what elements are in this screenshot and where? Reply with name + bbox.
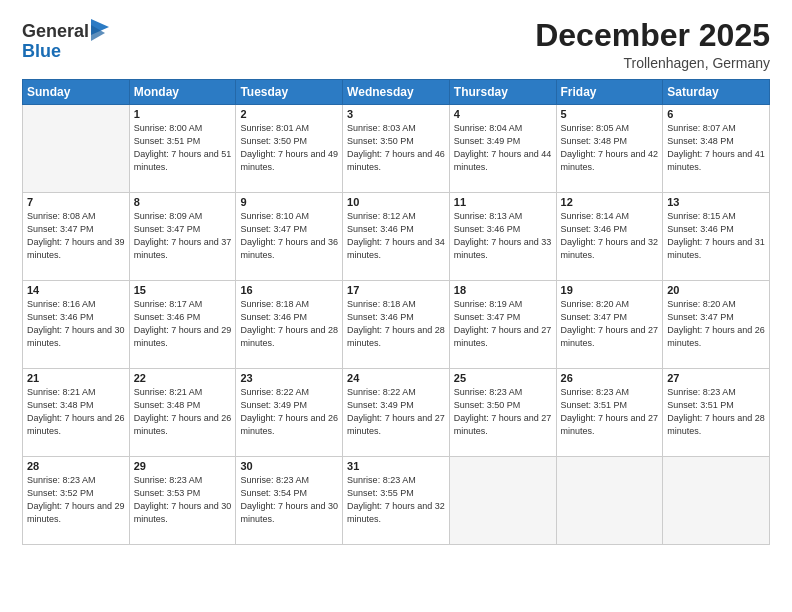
- calendar: SundayMondayTuesdayWednesdayThursdayFrid…: [22, 79, 770, 545]
- location: Trollenhagen, Germany: [535, 55, 770, 71]
- day-number: 2: [240, 108, 338, 120]
- calendar-cell: 23Sunrise: 8:22 AMSunset: 3:49 PMDayligh…: [236, 369, 343, 457]
- day-number: 5: [561, 108, 659, 120]
- logo-icon: [91, 19, 109, 41]
- calendar-cell: 21Sunrise: 8:21 AMSunset: 3:48 PMDayligh…: [23, 369, 130, 457]
- logo: General Blue: [22, 22, 109, 62]
- day-number: 23: [240, 372, 338, 384]
- calendar-cell: 30Sunrise: 8:23 AMSunset: 3:54 PMDayligh…: [236, 457, 343, 545]
- calendar-cell: 31Sunrise: 8:23 AMSunset: 3:55 PMDayligh…: [343, 457, 450, 545]
- week-row-4: 28Sunrise: 8:23 AMSunset: 3:52 PMDayligh…: [23, 457, 770, 545]
- day-number: 11: [454, 196, 552, 208]
- day-number: 29: [134, 460, 232, 472]
- day-number: 3: [347, 108, 445, 120]
- day-info: Sunrise: 8:19 AMSunset: 3:47 PMDaylight:…: [454, 298, 552, 350]
- day-number: 4: [454, 108, 552, 120]
- day-number: 9: [240, 196, 338, 208]
- day-info: Sunrise: 8:18 AMSunset: 3:46 PMDaylight:…: [347, 298, 445, 350]
- day-info: Sunrise: 8:00 AMSunset: 3:51 PMDaylight:…: [134, 122, 232, 174]
- calendar-cell: 9Sunrise: 8:10 AMSunset: 3:47 PMDaylight…: [236, 193, 343, 281]
- calendar-cell: 25Sunrise: 8:23 AMSunset: 3:50 PMDayligh…: [449, 369, 556, 457]
- day-number: 30: [240, 460, 338, 472]
- day-number: 6: [667, 108, 765, 120]
- calendar-cell: 17Sunrise: 8:18 AMSunset: 3:46 PMDayligh…: [343, 281, 450, 369]
- day-number: 13: [667, 196, 765, 208]
- day-info: Sunrise: 8:13 AMSunset: 3:46 PMDaylight:…: [454, 210, 552, 262]
- day-info: Sunrise: 8:21 AMSunset: 3:48 PMDaylight:…: [134, 386, 232, 438]
- day-number: 18: [454, 284, 552, 296]
- day-info: Sunrise: 8:23 AMSunset: 3:51 PMDaylight:…: [667, 386, 765, 438]
- day-number: 7: [27, 196, 125, 208]
- calendar-header-row: SundayMondayTuesdayWednesdayThursdayFrid…: [23, 80, 770, 105]
- day-number: 16: [240, 284, 338, 296]
- day-info: Sunrise: 8:07 AMSunset: 3:48 PMDaylight:…: [667, 122, 765, 174]
- day-info: Sunrise: 8:17 AMSunset: 3:46 PMDaylight:…: [134, 298, 232, 350]
- calendar-cell: 7Sunrise: 8:08 AMSunset: 3:47 PMDaylight…: [23, 193, 130, 281]
- day-info: Sunrise: 8:04 AMSunset: 3:49 PMDaylight:…: [454, 122, 552, 174]
- calendar-cell: 11Sunrise: 8:13 AMSunset: 3:46 PMDayligh…: [449, 193, 556, 281]
- logo-blue: Blue: [22, 41, 61, 61]
- calendar-header-sunday: Sunday: [23, 80, 130, 105]
- header: General Blue December 2025 Trollenhagen,…: [22, 18, 770, 71]
- day-info: Sunrise: 8:03 AMSunset: 3:50 PMDaylight:…: [347, 122, 445, 174]
- day-number: 20: [667, 284, 765, 296]
- day-info: Sunrise: 8:09 AMSunset: 3:47 PMDaylight:…: [134, 210, 232, 262]
- day-info: Sunrise: 8:14 AMSunset: 3:46 PMDaylight:…: [561, 210, 659, 262]
- calendar-cell: 18Sunrise: 8:19 AMSunset: 3:47 PMDayligh…: [449, 281, 556, 369]
- day-number: 1: [134, 108, 232, 120]
- day-number: 10: [347, 196, 445, 208]
- day-number: 12: [561, 196, 659, 208]
- week-row-2: 14Sunrise: 8:16 AMSunset: 3:46 PMDayligh…: [23, 281, 770, 369]
- day-info: Sunrise: 8:23 AMSunset: 3:55 PMDaylight:…: [347, 474, 445, 526]
- day-info: Sunrise: 8:23 AMSunset: 3:52 PMDaylight:…: [27, 474, 125, 526]
- day-number: 27: [667, 372, 765, 384]
- calendar-cell: 2Sunrise: 8:01 AMSunset: 3:50 PMDaylight…: [236, 105, 343, 193]
- day-info: Sunrise: 8:05 AMSunset: 3:48 PMDaylight:…: [561, 122, 659, 174]
- calendar-cell: 29Sunrise: 8:23 AMSunset: 3:53 PMDayligh…: [129, 457, 236, 545]
- day-number: 24: [347, 372, 445, 384]
- day-info: Sunrise: 8:23 AMSunset: 3:50 PMDaylight:…: [454, 386, 552, 438]
- calendar-cell: 12Sunrise: 8:14 AMSunset: 3:46 PMDayligh…: [556, 193, 663, 281]
- calendar-cell: 26Sunrise: 8:23 AMSunset: 3:51 PMDayligh…: [556, 369, 663, 457]
- day-info: Sunrise: 8:01 AMSunset: 3:50 PMDaylight:…: [240, 122, 338, 174]
- day-info: Sunrise: 8:08 AMSunset: 3:47 PMDaylight:…: [27, 210, 125, 262]
- calendar-header-wednesday: Wednesday: [343, 80, 450, 105]
- calendar-cell: 22Sunrise: 8:21 AMSunset: 3:48 PMDayligh…: [129, 369, 236, 457]
- day-number: 26: [561, 372, 659, 384]
- calendar-cell: 6Sunrise: 8:07 AMSunset: 3:48 PMDaylight…: [663, 105, 770, 193]
- day-info: Sunrise: 8:10 AMSunset: 3:47 PMDaylight:…: [240, 210, 338, 262]
- day-number: 8: [134, 196, 232, 208]
- calendar-cell: 10Sunrise: 8:12 AMSunset: 3:46 PMDayligh…: [343, 193, 450, 281]
- day-info: Sunrise: 8:23 AMSunset: 3:51 PMDaylight:…: [561, 386, 659, 438]
- day-info: Sunrise: 8:23 AMSunset: 3:54 PMDaylight:…: [240, 474, 338, 526]
- calendar-cell: 13Sunrise: 8:15 AMSunset: 3:46 PMDayligh…: [663, 193, 770, 281]
- day-info: Sunrise: 8:20 AMSunset: 3:47 PMDaylight:…: [561, 298, 659, 350]
- day-info: Sunrise: 8:21 AMSunset: 3:48 PMDaylight:…: [27, 386, 125, 438]
- week-row-3: 21Sunrise: 8:21 AMSunset: 3:48 PMDayligh…: [23, 369, 770, 457]
- day-info: Sunrise: 8:22 AMSunset: 3:49 PMDaylight:…: [240, 386, 338, 438]
- calendar-cell: 16Sunrise: 8:18 AMSunset: 3:46 PMDayligh…: [236, 281, 343, 369]
- logo-general: General: [22, 22, 89, 42]
- calendar-cell: 19Sunrise: 8:20 AMSunset: 3:47 PMDayligh…: [556, 281, 663, 369]
- calendar-cell: 3Sunrise: 8:03 AMSunset: 3:50 PMDaylight…: [343, 105, 450, 193]
- calendar-cell: 1Sunrise: 8:00 AMSunset: 3:51 PMDaylight…: [129, 105, 236, 193]
- calendar-cell: 5Sunrise: 8:05 AMSunset: 3:48 PMDaylight…: [556, 105, 663, 193]
- day-number: 17: [347, 284, 445, 296]
- day-info: Sunrise: 8:23 AMSunset: 3:53 PMDaylight:…: [134, 474, 232, 526]
- title-block: December 2025 Trollenhagen, Germany: [535, 18, 770, 71]
- calendar-cell: 8Sunrise: 8:09 AMSunset: 3:47 PMDaylight…: [129, 193, 236, 281]
- calendar-cell: 14Sunrise: 8:16 AMSunset: 3:46 PMDayligh…: [23, 281, 130, 369]
- day-number: 25: [454, 372, 552, 384]
- calendar-cell: 20Sunrise: 8:20 AMSunset: 3:47 PMDayligh…: [663, 281, 770, 369]
- calendar-cell: 24Sunrise: 8:22 AMSunset: 3:49 PMDayligh…: [343, 369, 450, 457]
- month-title: December 2025: [535, 18, 770, 53]
- page: General Blue December 2025 Trollenhagen,…: [0, 0, 792, 612]
- day-info: Sunrise: 8:22 AMSunset: 3:49 PMDaylight:…: [347, 386, 445, 438]
- calendar-cell: 28Sunrise: 8:23 AMSunset: 3:52 PMDayligh…: [23, 457, 130, 545]
- calendar-cell: 27Sunrise: 8:23 AMSunset: 3:51 PMDayligh…: [663, 369, 770, 457]
- day-number: 21: [27, 372, 125, 384]
- calendar-cell: [23, 105, 130, 193]
- calendar-header-monday: Monday: [129, 80, 236, 105]
- day-number: 22: [134, 372, 232, 384]
- calendar-cell: 4Sunrise: 8:04 AMSunset: 3:49 PMDaylight…: [449, 105, 556, 193]
